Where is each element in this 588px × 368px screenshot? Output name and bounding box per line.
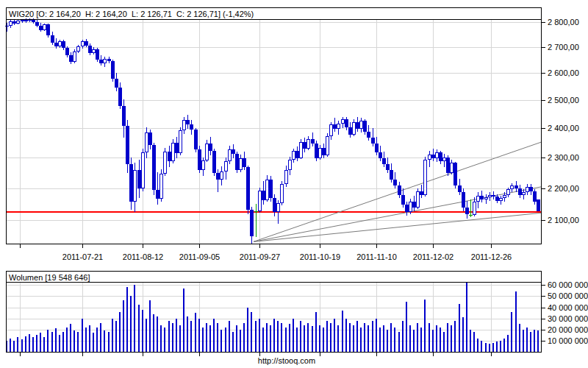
volume-panel-title: Wolumen [19 548 646] xyxy=(9,273,90,282)
stooq-chart-page: 2 800,002 700,002 600,002 500,002 400,00… xyxy=(0,0,588,368)
chart-canvas xyxy=(0,0,588,368)
footer-link[interactable]: http://stooq.com xyxy=(0,356,573,365)
price-chart-title: WIG20 [O: 2 164,20 H: 2 164,20 L: 2 126,… xyxy=(9,10,254,18)
